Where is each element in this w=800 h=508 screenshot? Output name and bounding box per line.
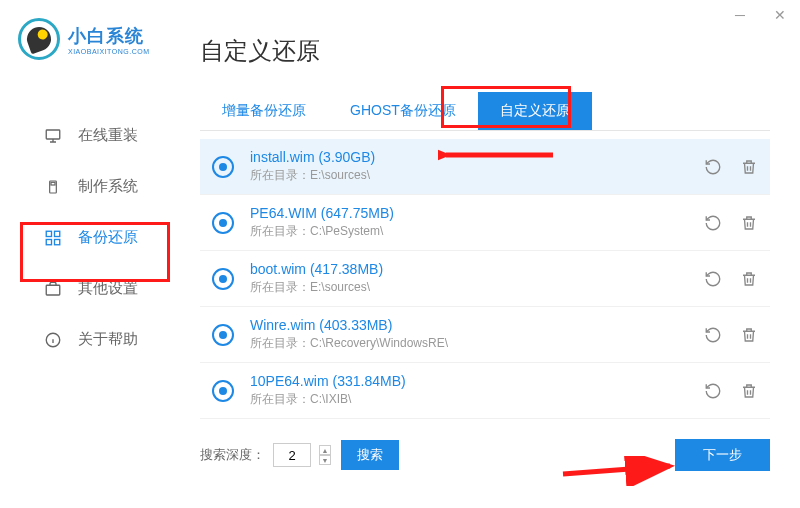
svg-rect-7	[46, 285, 60, 295]
row-filename: 10PE64.wim (331.84MB)	[250, 373, 704, 389]
delete-icon[interactable]	[740, 326, 758, 344]
row-filename: Winre.wim (403.33MB)	[250, 317, 704, 333]
delete-icon[interactable]	[740, 270, 758, 288]
search-button[interactable]: 搜索	[341, 440, 399, 470]
row-filename: boot.wim (417.38MB)	[250, 261, 704, 277]
brand-title: 小白系统	[68, 24, 150, 48]
tab-ghost[interactable]: GHOST备份还原	[328, 92, 478, 130]
sidebar: 在线重装 制作系统 备份还原 其他设置 关于帮助	[0, 110, 190, 365]
brand-subtitle: XIAOBAIXITONG.COM	[68, 48, 150, 55]
row-directory: 所在目录：C:\PeSystem\	[250, 223, 704, 240]
monitor-icon	[44, 127, 62, 145]
sidebar-item-label: 其他设置	[78, 279, 138, 298]
sidebar-item-label: 备份还原	[78, 228, 138, 247]
sidebar-item-label: 在线重装	[78, 126, 138, 145]
list-row[interactable]: Winre.wim (403.33MB)所在目录：C:\Recovery\Win…	[200, 307, 770, 363]
info-icon	[44, 331, 62, 349]
svg-rect-2	[51, 182, 55, 185]
depth-down-button[interactable]: ▼	[319, 455, 331, 465]
restore-icon[interactable]	[704, 270, 722, 288]
restore-icon[interactable]	[704, 158, 722, 176]
tab-custom[interactable]: 自定义还原	[478, 92, 592, 130]
row-directory: 所在目录：E:\sources\	[250, 279, 704, 296]
list-row[interactable]: install.wim (3.90GB)所在目录：E:\sources\	[200, 139, 770, 195]
row-directory: 所在目录：C:\IXIB\	[250, 391, 704, 408]
svg-rect-3	[46, 231, 51, 236]
sidebar-item-label: 关于帮助	[78, 330, 138, 349]
app-logo: 小白系统 XIAOBAIXITONG.COM	[18, 18, 150, 60]
search-depth-input[interactable]	[273, 443, 311, 467]
row-filename: install.wim (3.90GB)	[250, 149, 704, 165]
radio-icon[interactable]	[212, 156, 234, 178]
list-row[interactable]: boot.wim (417.38MB)所在目录：E:\sources\	[200, 251, 770, 307]
next-button[interactable]: 下一步	[675, 439, 770, 471]
sidebar-item-make-system[interactable]: 制作系统	[0, 161, 190, 212]
close-button[interactable]: ✕	[760, 0, 800, 30]
sidebar-item-other-settings[interactable]: 其他设置	[0, 263, 190, 314]
sidebar-item-label: 制作系统	[78, 177, 138, 196]
restore-icon[interactable]	[704, 214, 722, 232]
svg-rect-0	[46, 130, 60, 139]
grid-icon	[44, 229, 62, 247]
svg-rect-4	[55, 231, 60, 236]
delete-icon[interactable]	[740, 214, 758, 232]
radio-icon[interactable]	[212, 268, 234, 290]
usb-icon	[44, 178, 62, 196]
sidebar-item-online-reinstall[interactable]: 在线重装	[0, 110, 190, 161]
minimize-button[interactable]: ─	[720, 0, 760, 30]
sidebar-item-backup-restore[interactable]: 备份还原	[0, 212, 190, 263]
row-filename: PE64.WIM (647.75MB)	[250, 205, 704, 221]
svg-rect-5	[46, 239, 51, 244]
list-row[interactable]: 10PE64.wim (331.84MB)所在目录：C:\IXIB\	[200, 363, 770, 419]
radio-icon[interactable]	[212, 380, 234, 402]
delete-icon[interactable]	[740, 382, 758, 400]
sidebar-item-about-help[interactable]: 关于帮助	[0, 314, 190, 365]
depth-up-button[interactable]: ▲	[319, 445, 331, 455]
restore-icon[interactable]	[704, 382, 722, 400]
row-directory: 所在目录：E:\sources\	[250, 167, 704, 184]
svg-rect-6	[55, 239, 60, 244]
radio-icon[interactable]	[212, 324, 234, 346]
row-directory: 所在目录：C:\Recovery\WindowsRE\	[250, 335, 704, 352]
image-list: install.wim (3.90GB)所在目录：E:\sources\PE64…	[200, 139, 770, 419]
radio-icon[interactable]	[212, 212, 234, 234]
tab-incremental[interactable]: 增量备份还原	[200, 92, 328, 130]
page-title: 自定义还原	[200, 35, 770, 67]
search-depth-label: 搜索深度：	[200, 446, 265, 464]
tabs: 增量备份还原 GHOST备份还原 自定义还原	[200, 92, 770, 131]
restore-icon[interactable]	[704, 326, 722, 344]
briefcase-icon	[44, 280, 62, 298]
list-row[interactable]: PE64.WIM (647.75MB)所在目录：C:\PeSystem\	[200, 195, 770, 251]
delete-icon[interactable]	[740, 158, 758, 176]
